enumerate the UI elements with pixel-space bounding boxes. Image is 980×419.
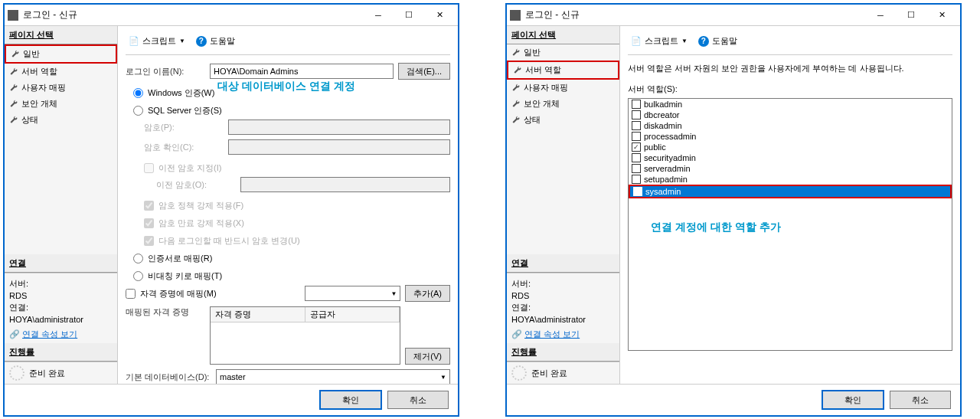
- maximize-button[interactable]: ☐: [394, 6, 424, 25]
- add-button[interactable]: 추가(A): [405, 285, 450, 302]
- close-button[interactable]: ✕: [424, 6, 455, 25]
- role-row-public[interactable]: public: [629, 142, 952, 152]
- role-row-sysadmin[interactable]: sysadmin: [629, 185, 952, 198]
- cancel-button[interactable]: 취소: [387, 391, 449, 409]
- connection-header: 연결: [507, 254, 619, 273]
- sidebar-item-general[interactable]: 일반: [5, 44, 117, 64]
- close-button[interactable]: ✕: [926, 6, 957, 25]
- role-label: sysadmin: [645, 187, 681, 196]
- windows-auth-radio[interactable]: [133, 88, 143, 98]
- window-title: 로그인 - 신규: [525, 8, 865, 21]
- role-checkbox[interactable]: [632, 132, 641, 141]
- cred-select[interactable]: ▼: [305, 286, 400, 301]
- server-label: 서버:: [511, 278, 615, 290]
- remove-button[interactable]: 제거(V): [405, 348, 450, 365]
- conn-value: HOYA\administrator: [511, 315, 615, 324]
- progress-spinner-icon: [9, 365, 24, 381]
- role-row-dbcreator[interactable]: dbcreator: [629, 110, 952, 120]
- role-checkbox[interactable]: [632, 175, 641, 184]
- role-row-processadmin[interactable]: processadmin: [629, 131, 952, 142]
- cred-map-check[interactable]: [126, 289, 136, 299]
- role-row-securityadmin[interactable]: securityadmin: [629, 152, 952, 163]
- script-icon: 📄: [129, 36, 139, 46]
- app-icon: [510, 10, 521, 21]
- sidebar-item-general[interactable]: 일반: [507, 44, 619, 61]
- progress-status: 준비 완료: [531, 368, 567, 379]
- script-button[interactable]: 📄스크립트▼: [126, 34, 188, 48]
- asym-map-radio[interactable]: [133, 271, 143, 281]
- conn-label: 연결:: [9, 302, 113, 313]
- sidebar-item-server-roles[interactable]: 서버 역할: [5, 64, 117, 80]
- sidebar-item-user-mapping[interactable]: 사용자 매핑: [5, 80, 117, 96]
- maximize-button[interactable]: ☐: [896, 6, 926, 25]
- minimize-button[interactable]: ─: [865, 6, 896, 25]
- view-conn-props-link[interactable]: 연결 속성 보기: [524, 329, 580, 339]
- wrench-icon: [9, 83, 18, 93]
- sidebar-item-status[interactable]: 상태: [5, 112, 117, 128]
- password-input: [228, 119, 450, 135]
- role-row-bulkadmin[interactable]: bulkadmin: [629, 99, 952, 110]
- role-label: dbcreator: [644, 110, 679, 119]
- sidebar-item-user-mapping[interactable]: 사용자 매핑: [507, 80, 619, 96]
- role-row-diskadmin[interactable]: diskadmin: [629, 120, 952, 131]
- role-checkbox[interactable]: [633, 187, 642, 196]
- minimize-button[interactable]: ─: [363, 6, 394, 25]
- ok-button[interactable]: 확인: [822, 391, 884, 409]
- sidebar-item-securables[interactable]: 보안 개체: [5, 96, 117, 112]
- password-confirm-label: 암호 확인(C):: [144, 142, 228, 153]
- login-dialog-general: 로그인 - 신규 ─ ☐ ✕ 페이지 선택 일반 서버 역할 사용자 매핑 보안…: [3, 3, 459, 417]
- sidebar-item-server-roles[interactable]: 서버 역할: [507, 61, 619, 80]
- role-row-setupadmin[interactable]: setupadmin: [629, 174, 952, 185]
- view-conn-props-link[interactable]: 연결 속성 보기: [22, 329, 77, 339]
- role-label: public: [644, 142, 666, 152]
- connection-header: 연결: [5, 254, 117, 273]
- password-label: 암호(P):: [144, 122, 228, 133]
- help-icon: ?: [196, 36, 207, 47]
- cancel-button[interactable]: 취소: [890, 391, 951, 409]
- role-checkbox[interactable]: [632, 142, 641, 152]
- old-pwd-spec-check: [144, 163, 154, 173]
- script-button[interactable]: 📄스크립트▼: [628, 34, 691, 48]
- sidebar-item-securables[interactable]: 보안 개체: [507, 96, 619, 112]
- main-panel: 📄스크립트▼ ?도움말 서버 역할은 서버 자원의 보안 권한을 사용자에게 부…: [620, 26, 960, 384]
- default-db-label: 기본 데이터베이스(D):: [126, 372, 210, 383]
- wrench-icon: [511, 100, 521, 109]
- server-value: RDS: [9, 291, 113, 300]
- sql-auth-radio[interactable]: [133, 106, 143, 116]
- role-row-serveradmin[interactable]: serveradmin: [629, 163, 952, 174]
- wrench-icon: [511, 116, 521, 125]
- login-name-input[interactable]: [210, 64, 394, 79]
- role-label: securityadmin: [644, 153, 696, 162]
- sidebar-item-status[interactable]: 상태: [507, 112, 619, 128]
- sidebar: 페이지 선택 일반 서버 역할 사용자 매핑 보안 개체 상태 연결 서버: R…: [5, 26, 118, 384]
- conn-value: HOYA\administrator: [9, 315, 113, 324]
- ok-button[interactable]: 확인: [320, 391, 381, 409]
- login-dialog-server-roles: 로그인 - 신규 ─ ☐ ✕ 페이지 선택 일반 서버 역할 사용자 매핑 보안…: [505, 3, 962, 417]
- role-checkbox[interactable]: [632, 100, 641, 109]
- wrench-icon: [9, 67, 18, 77]
- cert-map-radio[interactable]: [133, 254, 143, 264]
- role-checkbox[interactable]: [632, 110, 641, 119]
- role-checkbox[interactable]: [632, 121, 641, 130]
- wrench-icon: [511, 48, 521, 57]
- window-title: 로그인 - 신규: [23, 8, 363, 21]
- enforce-expiry-check: [144, 218, 154, 228]
- search-button[interactable]: 검색(E)...: [398, 63, 450, 80]
- role-checkbox[interactable]: [632, 164, 641, 173]
- help-icon: ?: [698, 36, 709, 47]
- role-checkbox[interactable]: [632, 153, 641, 162]
- default-db-select[interactable]: master▼: [216, 369, 450, 384]
- th-provider: 공급자: [305, 307, 400, 322]
- link-icon: 🔗: [511, 329, 522, 339]
- chevron-down-icon: ▼: [440, 374, 446, 381]
- annotation-text: 대상 데이터베이스 연결 계정: [217, 80, 355, 93]
- chevron-down-icon: ▼: [179, 38, 185, 44]
- help-button[interactable]: ?도움말: [193, 34, 238, 48]
- description-text: 서버 역할은 서버 자원의 보안 권한을 사용자에게 부여하는 데 사용됩니다.: [628, 63, 952, 74]
- help-button[interactable]: ?도움말: [695, 34, 740, 48]
- role-label: setupadmin: [644, 175, 688, 184]
- progress-header: 진행률: [507, 343, 619, 362]
- must-change-check: [144, 236, 154, 246]
- main-panel: 📄스크립트▼ ?도움말 로그인 이름(N): 검색(E)... 대상 데이터베이…: [118, 26, 458, 384]
- roles-label: 서버 역할(S):: [628, 83, 952, 95]
